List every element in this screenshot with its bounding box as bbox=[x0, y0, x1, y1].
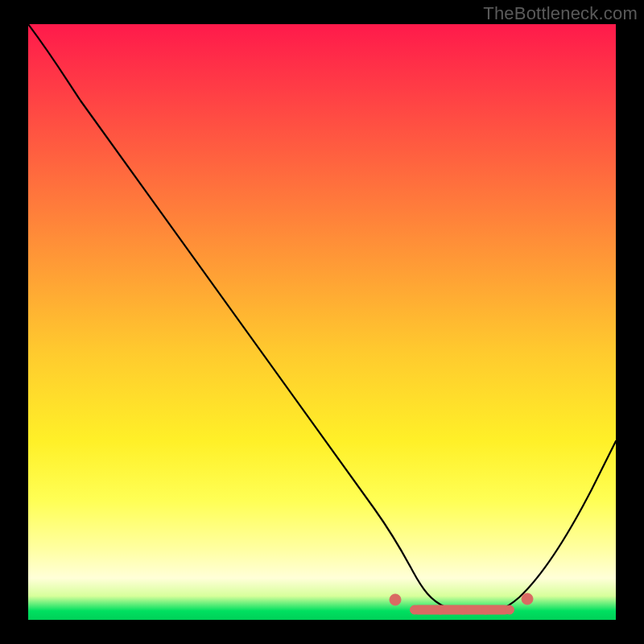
svg-point-4 bbox=[506, 605, 514, 614]
svg-point-5 bbox=[436, 606, 444, 614]
svg-point-1 bbox=[522, 593, 533, 605]
plot-area bbox=[28, 24, 616, 620]
curve-layer bbox=[28, 24, 616, 620]
svg-point-0 bbox=[390, 594, 401, 605]
bottleneck-curve bbox=[28, 24, 616, 613]
svg-point-7 bbox=[481, 606, 489, 614]
chart-frame: TheBottleneck.com bbox=[0, 0, 644, 644]
watermark-text: TheBottleneck.com bbox=[483, 3, 638, 24]
svg-point-6 bbox=[459, 606, 467, 614]
svg-point-3 bbox=[411, 605, 419, 614]
